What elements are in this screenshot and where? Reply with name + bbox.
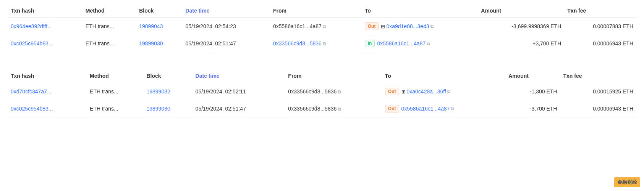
from-cell: 0x33566c9d8...5836⧉ (285, 83, 382, 100)
txn-hash-link[interactable]: 0xc025c954b83... (11, 40, 53, 47)
from-copy-icon[interactable]: ⧉ (338, 106, 341, 112)
to-address[interactable]: 0xa9d1e08...3e43 (386, 23, 429, 29)
to-copy-icon[interactable]: ⧉ (451, 106, 454, 111)
from-cell: 0x33566c9d8...5836⧉ (270, 35, 362, 52)
block-header: Block (143, 69, 192, 83)
amount-header: Amount (478, 4, 564, 18)
txn-hash-cell: 0xd70cfc347a7... (8, 83, 87, 100)
txn-hash-header: Txn hash (8, 4, 83, 18)
to-cell: In0x5586a16c1...4a87⧉ (362, 35, 478, 52)
block-cell: 19899032 (143, 83, 192, 100)
to-header: To (382, 69, 505, 83)
table-section-2: Txn hashMethodBlockDate timeFromToAmount… (8, 69, 636, 117)
datetime-header: Date time (193, 69, 285, 83)
to-cell: Out⊞0xa0c428a...36ff⧉ (382, 83, 505, 100)
method-cell: ETH trans... (83, 35, 136, 52)
main-container: Txn hashMethodBlockDate timeFromToAmount… (0, 0, 644, 129)
from-address: 0x33566c9d8...5836 (288, 106, 337, 112)
method-cell: ETH trans... (83, 18, 136, 35)
table-row: 0xc025c954b83...ETH trans...1989903005/1… (8, 100, 636, 117)
transactions-table-2: Txn hashMethodBlockDate timeFromToAmount… (8, 69, 636, 117)
from-header: From (285, 69, 382, 83)
to-copy-icon[interactable]: ⧉ (430, 24, 434, 29)
amount-cell: -3,699.9998369 ETH (478, 18, 564, 35)
to-copy-icon[interactable]: ⧉ (447, 89, 451, 94)
to-cell: Out⊞0xa9d1e08...3e43⧉ (362, 18, 478, 35)
direction-badge: In (365, 40, 375, 47)
direction-badge: Out (365, 22, 379, 30)
amount-cell: +3,700 ETH (478, 35, 564, 52)
from-header: From (270, 4, 362, 18)
txnfee-header: Txn fee (564, 4, 636, 18)
datetime-cell: 05/19/2024, 02:51:47 (193, 100, 285, 117)
datetime-cell: 05/19/2024, 02:52:11 (193, 83, 285, 100)
direction-badge: Out (385, 105, 399, 112)
from-address[interactable]: 0x33566c9d8...5836 (273, 40, 322, 47)
datetime-cell: 05/19/2024, 02:54:23 (182, 18, 270, 35)
method-header: Method (83, 4, 136, 18)
to-address[interactable]: 0x5586a16c1...4a87 (377, 40, 426, 47)
from-address: 0x5586a16c1...4a87 (273, 23, 322, 29)
to-cell: Out0x5586a16c1...4a87⧉ (382, 100, 505, 117)
block-link[interactable]: 19899043 (139, 23, 163, 29)
amount-value: +3,700 ETH (532, 40, 561, 47)
table-row: 0xd70cfc347a7...ETH trans...1989903205/1… (8, 83, 636, 100)
txn-fee-cell: 0.00007883 ETH (564, 18, 636, 35)
txn-hash-link[interactable]: 0xc025c954b83... (11, 106, 53, 112)
txn-hash-cell: 0xc025c954b83... (8, 100, 87, 117)
txn-fee-cell: 0.00015925 ETH (560, 83, 637, 100)
method-cell: ETH trans... (87, 83, 143, 100)
to-copy-icon[interactable]: ⧉ (427, 41, 430, 46)
to-address[interactable]: 0x5586a16c1...4a87 (401, 106, 450, 112)
block-link[interactable]: 19899030 (146, 106, 170, 112)
transactions-table-1: Txn hashMethodBlockDate timeFromToAmount… (8, 4, 636, 52)
from-address: 0x33566c9d8...5836 (288, 88, 337, 95)
datetime-header: Date time (182, 4, 270, 18)
amount-value: -3,700 ETH (530, 106, 557, 112)
txn-hash-cell: 0x964ee892dfff... (8, 18, 83, 35)
from-cell: 0x5586a16c1...4a87⧉ (270, 18, 362, 35)
to-address[interactable]: 0xa0c428a...36ff (407, 88, 446, 95)
table-row: 0xc025c954b83...ETH trans...1989903005/1… (8, 35, 636, 52)
contract-icon: ⊞ (381, 24, 385, 29)
datetime-cell: 05/19/2024, 02:51:47 (182, 35, 270, 52)
from-copy-icon[interactable]: ⧉ (323, 41, 326, 47)
method-header: Method (87, 69, 143, 83)
block-cell: 19899043 (136, 18, 182, 35)
txn-hash-header: Txn hash (8, 69, 87, 83)
amount-header: Amount (505, 69, 560, 83)
to-header: To (362, 4, 478, 18)
amount-cell: -1,300 ETH (505, 83, 560, 100)
table-row: 0x964ee892dfff...ETH trans...1989904305/… (8, 18, 636, 35)
contract-icon: ⊞ (401, 89, 406, 95)
block-link[interactable]: 19899030 (139, 40, 163, 47)
amount-cell: -3,700 ETH (505, 100, 560, 117)
from-copy-icon[interactable]: ⧉ (323, 24, 326, 29)
txn-hash-cell: 0xc025c954b83... (8, 35, 83, 52)
direction-badge: Out (385, 88, 399, 95)
block-cell: 19899030 (143, 100, 192, 117)
txn-hash-link[interactable]: 0x964ee892dfff... (11, 23, 52, 29)
block-cell: 19899030 (136, 35, 182, 52)
txn-hash-link[interactable]: 0xd70cfc347a7... (11, 88, 52, 95)
from-copy-icon[interactable]: ⧉ (338, 89, 341, 95)
table-section-1: Txn hashMethodBlockDate timeFromToAmount… (8, 4, 636, 52)
method-cell: ETH trans... (87, 100, 143, 117)
amount-value: -3,699.9998369 ETH (511, 23, 561, 29)
txn-fee-cell: 0.00006943 ETH (560, 100, 637, 117)
block-link[interactable]: 19899032 (146, 88, 170, 95)
from-cell: 0x33566c9d8...5836⧉ (285, 100, 382, 117)
txn-fee-cell: 0.00006943 ETH (564, 35, 636, 52)
txnfee-header: Txn fee (560, 69, 637, 83)
block-header: Block (136, 4, 182, 18)
amount-value: -1,300 ETH (530, 88, 557, 95)
